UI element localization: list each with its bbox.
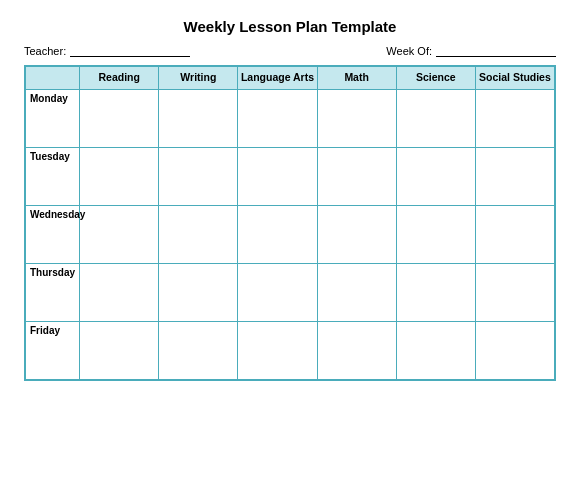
day-cell: Thursday <box>26 263 80 321</box>
cell-math[interactable] <box>317 263 396 321</box>
col-header-science: Science <box>396 67 475 90</box>
col-header-language-arts: Language Arts <box>238 67 317 90</box>
col-header-reading: Reading <box>80 67 159 90</box>
cell-reading[interactable] <box>80 321 159 379</box>
table-body: MondayTuesdayWednesdayThursdayFriday <box>26 89 555 379</box>
col-header-social-studies: Social Studies <box>475 67 554 90</box>
cell-science[interactable] <box>396 89 475 147</box>
cell-science[interactable] <box>396 205 475 263</box>
header-fields: Teacher: Week Of: <box>24 45 556 57</box>
cell-social-studies[interactable] <box>475 147 554 205</box>
day-cell: Monday <box>26 89 80 147</box>
teacher-input-line[interactable] <box>70 45 190 57</box>
cell-language-arts[interactable] <box>238 321 317 379</box>
col-header-day <box>26 67 80 90</box>
cell-math[interactable] <box>317 89 396 147</box>
table-row: Monday <box>26 89 555 147</box>
table-header-row: Reading Writing Language Arts Math Scien… <box>26 67 555 90</box>
cell-math[interactable] <box>317 147 396 205</box>
week-of-field: Week Of: <box>386 45 556 57</box>
day-label: Tuesday <box>30 151 70 162</box>
lesson-plan-table: Reading Writing Language Arts Math Scien… <box>25 66 555 380</box>
cell-science[interactable] <box>396 147 475 205</box>
day-label: Thursday <box>30 267 75 278</box>
cell-science[interactable] <box>396 321 475 379</box>
cell-writing[interactable] <box>159 205 238 263</box>
day-label: Monday <box>30 93 68 104</box>
page: Weekly Lesson Plan Template Teacher: Wee… <box>0 0 580 500</box>
day-cell: Wednesday <box>26 205 80 263</box>
day-label: Friday <box>30 325 60 336</box>
cell-writing[interactable] <box>159 89 238 147</box>
cell-science[interactable] <box>396 263 475 321</box>
week-of-input-line[interactable] <box>436 45 556 57</box>
col-header-writing: Writing <box>159 67 238 90</box>
col-header-math: Math <box>317 67 396 90</box>
cell-social-studies[interactable] <box>475 321 554 379</box>
cell-reading[interactable] <box>80 89 159 147</box>
day-label: Wednesday <box>30 209 85 220</box>
cell-language-arts[interactable] <box>238 263 317 321</box>
cell-language-arts[interactable] <box>238 205 317 263</box>
day-cell: Tuesday <box>26 147 80 205</box>
cell-social-studies[interactable] <box>475 205 554 263</box>
week-of-label: Week Of: <box>386 45 432 57</box>
teacher-field: Teacher: <box>24 45 190 57</box>
table-row: Tuesday <box>26 147 555 205</box>
cell-reading[interactable] <box>80 263 159 321</box>
cell-reading[interactable] <box>80 205 159 263</box>
teacher-label: Teacher: <box>24 45 66 57</box>
cell-reading[interactable] <box>80 147 159 205</box>
table-row: Wednesday <box>26 205 555 263</box>
table-row: Thursday <box>26 263 555 321</box>
cell-social-studies[interactable] <box>475 89 554 147</box>
cell-writing[interactable] <box>159 321 238 379</box>
cell-social-studies[interactable] <box>475 263 554 321</box>
page-title: Weekly Lesson Plan Template <box>24 18 556 35</box>
lesson-plan-table-container: Reading Writing Language Arts Math Scien… <box>24 65 556 381</box>
table-row: Friday <box>26 321 555 379</box>
cell-language-arts[interactable] <box>238 147 317 205</box>
cell-language-arts[interactable] <box>238 89 317 147</box>
cell-writing[interactable] <box>159 147 238 205</box>
day-cell: Friday <box>26 321 80 379</box>
cell-writing[interactable] <box>159 263 238 321</box>
cell-math[interactable] <box>317 205 396 263</box>
cell-math[interactable] <box>317 321 396 379</box>
